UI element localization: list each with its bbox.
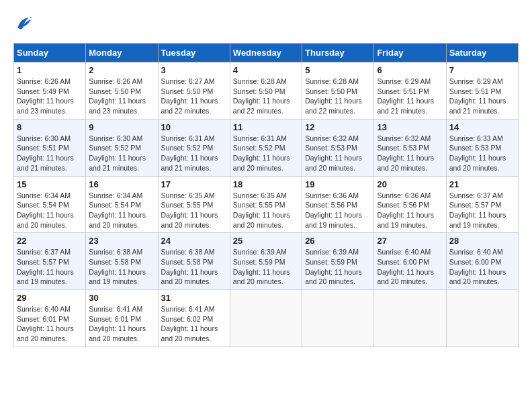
day-number: 10 bbox=[161, 122, 227, 132]
calendar-cell: 6 Sunrise: 6:29 AMSunset: 5:51 PMDayligh… bbox=[374, 62, 446, 120]
calendar-cell: 24 Sunrise: 6:38 AMSunset: 5:58 PMDaylig… bbox=[158, 233, 230, 290]
day-number: 27 bbox=[377, 236, 443, 246]
calendar-cell: 12 Sunrise: 6:32 AMSunset: 5:53 PMDaylig… bbox=[302, 119, 374, 176]
calendar-cell: 23 Sunrise: 6:38 AMSunset: 5:58 PMDaylig… bbox=[86, 233, 158, 290]
calendar-cell: 10 Sunrise: 6:31 AMSunset: 5:52 PMDaylig… bbox=[158, 119, 230, 176]
day-info: Sunrise: 6:36 AMSunset: 5:56 PMDaylight:… bbox=[305, 191, 371, 230]
day-info: Sunrise: 6:41 AMSunset: 6:02 PMDaylight:… bbox=[161, 304, 227, 344]
day-info: Sunrise: 6:39 AMSunset: 5:59 PMDaylight:… bbox=[305, 247, 371, 287]
day-info: Sunrise: 6:35 AMSunset: 5:55 PMDaylight:… bbox=[161, 191, 227, 230]
day-number: 14 bbox=[449, 122, 515, 132]
day-number: 8 bbox=[17, 122, 83, 132]
calendar-cell: 26 Sunrise: 6:39 AMSunset: 5:59 PMDaylig… bbox=[302, 233, 374, 290]
calendar-cell bbox=[230, 290, 302, 347]
calendar-week-5: 29 Sunrise: 6:40 AMSunset: 6:01 PMDaylig… bbox=[14, 290, 519, 347]
calendar-cell: 9 Sunrise: 6:30 AMSunset: 5:52 PMDayligh… bbox=[86, 119, 158, 176]
day-number: 16 bbox=[89, 179, 154, 189]
calendar-week-3: 15 Sunrise: 6:34 AMSunset: 5:54 PMDaylig… bbox=[14, 176, 519, 233]
day-number: 31 bbox=[161, 293, 227, 303]
calendar-week-4: 22 Sunrise: 6:37 AMSunset: 5:57 PMDaylig… bbox=[14, 233, 519, 290]
col-saturday: Saturday bbox=[446, 44, 518, 62]
day-info: Sunrise: 6:26 AMSunset: 5:49 PMDaylight:… bbox=[17, 77, 83, 116]
day-info: Sunrise: 6:35 AMSunset: 5:55 PMDaylight:… bbox=[233, 191, 299, 230]
day-info: Sunrise: 6:31 AMSunset: 5:52 PMDaylight:… bbox=[233, 134, 299, 173]
logo-icon bbox=[13, 13, 34, 36]
calendar-table: Sunday Monday Tuesday Wednesday Thursday… bbox=[13, 43, 519, 347]
day-info: Sunrise: 6:30 AMSunset: 5:51 PMDaylight:… bbox=[17, 134, 83, 173]
day-info: Sunrise: 6:28 AMSunset: 5:50 PMDaylight:… bbox=[233, 77, 299, 116]
calendar-cell: 30 Sunrise: 6:41 AMSunset: 6:01 PMDaylig… bbox=[86, 290, 158, 347]
day-number: 2 bbox=[89, 65, 154, 75]
day-info: Sunrise: 6:40 AMSunset: 6:00 PMDaylight:… bbox=[449, 247, 515, 287]
day-info: Sunrise: 6:40 AMSunset: 6:00 PMDaylight:… bbox=[377, 247, 443, 287]
day-info: Sunrise: 6:38 AMSunset: 5:58 PMDaylight:… bbox=[161, 247, 227, 287]
calendar-cell: 8 Sunrise: 6:30 AMSunset: 5:51 PMDayligh… bbox=[14, 119, 86, 176]
day-info: Sunrise: 6:32 AMSunset: 5:53 PMDaylight:… bbox=[377, 134, 443, 173]
day-info: Sunrise: 6:34 AMSunset: 5:54 PMDaylight:… bbox=[89, 191, 154, 230]
day-number: 22 bbox=[17, 236, 83, 246]
day-info: Sunrise: 6:40 AMSunset: 6:01 PMDaylight:… bbox=[17, 304, 83, 344]
day-info: Sunrise: 6:34 AMSunset: 5:54 PMDaylight:… bbox=[17, 191, 83, 230]
day-info: Sunrise: 6:27 AMSunset: 5:50 PMDaylight:… bbox=[161, 77, 227, 116]
calendar-cell: 28 Sunrise: 6:40 AMSunset: 6:00 PMDaylig… bbox=[446, 233, 518, 290]
day-number: 28 bbox=[449, 236, 515, 246]
day-info: Sunrise: 6:38 AMSunset: 5:58 PMDaylight:… bbox=[89, 247, 154, 287]
calendar-week-1: 1 Sunrise: 6:26 AMSunset: 5:49 PMDayligh… bbox=[14, 62, 519, 120]
day-number: 17 bbox=[161, 179, 227, 189]
day-info: Sunrise: 6:29 AMSunset: 5:51 PMDaylight:… bbox=[377, 77, 443, 116]
col-wednesday: Wednesday bbox=[230, 44, 302, 62]
day-number: 24 bbox=[161, 236, 227, 246]
calendar-week-2: 8 Sunrise: 6:30 AMSunset: 5:51 PMDayligh… bbox=[14, 119, 519, 176]
day-info: Sunrise: 6:33 AMSunset: 5:53 PMDaylight:… bbox=[449, 134, 515, 173]
header-row: Sunday Monday Tuesday Wednesday Thursday… bbox=[14, 44, 519, 62]
page-header bbox=[13, 13, 519, 36]
day-number: 12 bbox=[305, 122, 371, 132]
col-sunday: Sunday bbox=[14, 44, 86, 62]
calendar-cell: 3 Sunrise: 6:27 AMSunset: 5:50 PMDayligh… bbox=[158, 62, 230, 120]
day-info: Sunrise: 6:41 AMSunset: 6:01 PMDaylight:… bbox=[89, 304, 154, 344]
day-info: Sunrise: 6:37 AMSunset: 5:57 PMDaylight:… bbox=[449, 191, 515, 230]
calendar-cell: 16 Sunrise: 6:34 AMSunset: 5:54 PMDaylig… bbox=[86, 176, 158, 233]
day-number: 20 bbox=[377, 179, 443, 189]
calendar-cell: 19 Sunrise: 6:36 AMSunset: 5:56 PMDaylig… bbox=[302, 176, 374, 233]
day-number: 6 bbox=[377, 65, 443, 75]
day-info: Sunrise: 6:30 AMSunset: 5:52 PMDaylight:… bbox=[89, 134, 154, 173]
col-friday: Friday bbox=[374, 44, 446, 62]
day-info: Sunrise: 6:32 AMSunset: 5:53 PMDaylight:… bbox=[305, 134, 371, 173]
calendar-cell: 17 Sunrise: 6:35 AMSunset: 5:55 PMDaylig… bbox=[158, 176, 230, 233]
col-monday: Monday bbox=[86, 44, 158, 62]
day-number: 9 bbox=[89, 122, 154, 132]
calendar-cell: 13 Sunrise: 6:32 AMSunset: 5:53 PMDaylig… bbox=[374, 119, 446, 176]
day-info: Sunrise: 6:36 AMSunset: 5:56 PMDaylight:… bbox=[377, 191, 443, 230]
calendar-cell: 18 Sunrise: 6:35 AMSunset: 5:55 PMDaylig… bbox=[230, 176, 302, 233]
calendar-cell bbox=[446, 290, 518, 347]
calendar-cell bbox=[302, 290, 374, 347]
col-thursday: Thursday bbox=[302, 44, 374, 62]
day-number: 13 bbox=[377, 122, 443, 132]
day-number: 19 bbox=[305, 179, 371, 189]
calendar-cell: 1 Sunrise: 6:26 AMSunset: 5:49 PMDayligh… bbox=[14, 62, 86, 120]
day-number: 1 bbox=[17, 65, 83, 75]
day-number: 29 bbox=[17, 293, 83, 303]
calendar-cell: 31 Sunrise: 6:41 AMSunset: 6:02 PMDaylig… bbox=[158, 290, 230, 347]
calendar-cell bbox=[374, 290, 446, 347]
day-number: 15 bbox=[17, 179, 83, 189]
day-number: 26 bbox=[305, 236, 371, 246]
day-info: Sunrise: 6:26 AMSunset: 5:50 PMDaylight:… bbox=[89, 77, 154, 116]
day-info: Sunrise: 6:39 AMSunset: 5:59 PMDaylight:… bbox=[233, 247, 299, 287]
day-number: 30 bbox=[89, 293, 154, 303]
calendar-cell: 14 Sunrise: 6:33 AMSunset: 5:53 PMDaylig… bbox=[446, 119, 518, 176]
logo bbox=[13, 13, 36, 36]
day-info: Sunrise: 6:37 AMSunset: 5:57 PMDaylight:… bbox=[17, 247, 83, 287]
calendar-cell: 2 Sunrise: 6:26 AMSunset: 5:50 PMDayligh… bbox=[86, 62, 158, 120]
day-info: Sunrise: 6:28 AMSunset: 5:50 PMDaylight:… bbox=[305, 77, 371, 116]
calendar-cell: 25 Sunrise: 6:39 AMSunset: 5:59 PMDaylig… bbox=[230, 233, 302, 290]
day-number: 11 bbox=[233, 122, 299, 132]
day-number: 25 bbox=[233, 236, 299, 246]
calendar-cell: 29 Sunrise: 6:40 AMSunset: 6:01 PMDaylig… bbox=[14, 290, 86, 347]
calendar-cell: 22 Sunrise: 6:37 AMSunset: 5:57 PMDaylig… bbox=[14, 233, 86, 290]
col-tuesday: Tuesday bbox=[158, 44, 230, 62]
calendar-cell: 15 Sunrise: 6:34 AMSunset: 5:54 PMDaylig… bbox=[14, 176, 86, 233]
calendar-cell: 11 Sunrise: 6:31 AMSunset: 5:52 PMDaylig… bbox=[230, 119, 302, 176]
day-number: 23 bbox=[89, 236, 154, 246]
